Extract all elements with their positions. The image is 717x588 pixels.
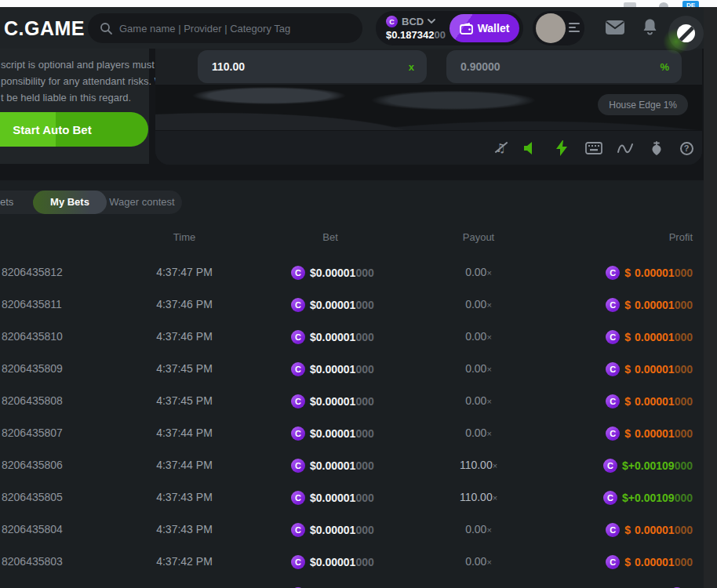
profit-trailing-zeros: 000 [675, 363, 693, 376]
multiplier-x: × [486, 557, 491, 567]
help-icon[interactable] [676, 138, 697, 158]
column-header-time: Time [149, 231, 220, 243]
support-chat-button[interactable] [668, 16, 704, 51]
table-row[interactable]: 8206435807 4:37:44 PM $0.00001000 0.00× … [0, 417, 717, 449]
start-auto-bet-button[interactable]: Start Auto Bet [0, 112, 148, 147]
bet-id[interactable]: 8206435811 [2, 289, 62, 321]
bcd-coin-icon [606, 426, 620, 441]
hotkeys-icon[interactable] [584, 138, 604, 158]
table-row[interactable] [0, 578, 717, 588]
bet-amount: $0.00001000 [291, 417, 374, 449]
profit-trailing-zeros: 000 [675, 395, 693, 408]
table-row[interactable]: 8206435810 4:37:46 PM $0.00001000 0.00× … [0, 321, 717, 353]
bet-trailing-zeros: 000 [355, 524, 373, 536]
bcd-coin-icon [291, 266, 305, 280]
site-logo[interactable]: C.GAME [4, 17, 85, 40]
scrollbar[interactable] [704, 7, 717, 588]
user-avatar[interactable] [536, 13, 566, 43]
table-row[interactable]: 8206435811 4:37:46 PM $0.00001000 0.00× … [0, 289, 717, 321]
bet-payout: 0.00× [439, 546, 518, 579]
win-chance-input[interactable] [446, 60, 635, 73]
multiplier-x: × [486, 525, 491, 535]
seed-icon[interactable] [646, 138, 667, 158]
table-row[interactable]: 8206435812 4:37:47 PM $0.00001000 0.00× … [0, 256, 717, 289]
tab-all-bets[interactable]: ets [0, 191, 13, 214]
balance-dim-digits: 00 [434, 29, 445, 41]
bet-amount: $0.00001000 [291, 449, 374, 481]
bcd-coin-icon [603, 491, 617, 505]
multiplier-x: × [486, 429, 491, 438]
multiplier-x: × [493, 461, 497, 470]
bet-time: 4:37:47 PM [149, 256, 220, 289]
table-row[interactable]: 8206435809 4:37:45 PM $0.00001000 0.00× … [0, 353, 717, 385]
live-stats-icon[interactable] [615, 138, 635, 158]
bcd-coin-icon [291, 459, 305, 473]
browser-extension-icon[interactable] [659, 2, 668, 7]
bet-id[interactable]: 8206435806 [2, 449, 63, 481]
multiplier-x: × [493, 493, 497, 503]
search-bar[interactable] [88, 13, 362, 43]
bet-amount: $0.00001000 [291, 256, 374, 289]
bet-id[interactable]: 8206435812 [2, 256, 63, 289]
bet-payout: 0.00× [439, 321, 518, 354]
table-row[interactable]: 8206435806 4:37:44 PM $0.00001000 110.00… [0, 449, 717, 481]
currency-code: BCD [402, 16, 424, 27]
notifications-bell-icon[interactable] [642, 18, 657, 35]
search-input[interactable] [119, 23, 339, 34]
column-header-bet: Bet [291, 231, 369, 243]
bet-amount: $0.00001000 [291, 514, 374, 546]
tab-my-bets[interactable]: My Bets [33, 191, 107, 214]
bcd-coin-icon [606, 362, 620, 376]
table-row[interactable]: 8206435803 4:37:42 PM $0.00001000 0.00× … [0, 546, 717, 578]
browser-extension-icon[interactable] [624, 2, 636, 7]
currency-selector[interactable]: BCD [386, 16, 435, 27]
bet-trailing-zeros: 000 [355, 492, 373, 504]
wallet-button[interactable]: Wallet [449, 14, 519, 42]
payout-input-group: x [198, 50, 427, 83]
profile-group[interactable] [533, 11, 584, 45]
turbo-icon[interactable] [551, 138, 572, 158]
bet-payout: 0.00× [439, 385, 518, 418]
bet-amount: $0.00001000 [291, 289, 374, 321]
bet-id[interactable]: 8206435804 [2, 514, 63, 546]
bet-time: 4:37:43 PM [149, 481, 220, 514]
win-chance-input-group: % [446, 50, 682, 83]
table-row[interactable]: 8206435808 4:37:45 PM $0.00001000 0.00× … [0, 385, 717, 417]
tab-wager-contest[interactable]: Wager contest [106, 191, 178, 214]
bcd-coin-icon [291, 298, 305, 312]
wallet-balance: $0.18734200 [386, 29, 446, 41]
chevron-down-icon [428, 19, 435, 24]
messages-icon[interactable] [605, 20, 625, 35]
bcd-coin-icon [606, 266, 620, 280]
bet-id[interactable]: 8206435807 [2, 417, 63, 449]
table-row[interactable]: 8206435804 4:37:43 PM $0.00001000 0.00× … [0, 514, 717, 546]
table-row[interactable]: 8206435805 4:37:43 PM $0.00001000 110.00… [0, 481, 717, 514]
bets-section: ets My Bets Wager contest Time Bet Payou… [0, 180, 717, 588]
bet-payout: 0.00× [439, 353, 518, 386]
multiplier-x: × [486, 365, 491, 374]
bet-time: 4:37:45 PM [149, 385, 220, 417]
bcd-coin-icon [606, 394, 620, 408]
bet-id[interactable]: 8206435803 [2, 546, 63, 578]
translate-extension-badge[interactable]: DE [682, 1, 699, 7]
game-panel: x % House Edge 1% [155, 49, 702, 165]
bet-id[interactable]: 8206435808 [2, 385, 63, 417]
house-edge-badge: House Edge 1% [598, 94, 688, 115]
music-off-icon[interactable] [490, 138, 511, 158]
profile-menu-icon[interactable] [569, 23, 580, 34]
bet-time: 4:37:44 PM [149, 417, 220, 449]
bcd-coin-icon [606, 523, 620, 537]
bet-trailing-zeros: 000 [355, 556, 373, 568]
payout-input[interactable] [198, 60, 381, 73]
bet-id[interactable]: 8206435810 [2, 321, 63, 353]
bet-trailing-zeros: 000 [355, 427, 373, 440]
bet-profit: $0.00001000 [606, 321, 693, 353]
sound-icon[interactable] [520, 138, 540, 158]
multiplier-x: × [486, 268, 491, 278]
bcd-coin-icon [386, 16, 398, 27]
bet-id[interactable]: 8206435805 [2, 481, 63, 514]
bet-profit: $0.00001000 [606, 256, 693, 289]
multiplier-x: × [486, 332, 491, 342]
bet-id[interactable]: 8206435809 [2, 353, 63, 385]
bcd-coin-icon [291, 330, 305, 344]
